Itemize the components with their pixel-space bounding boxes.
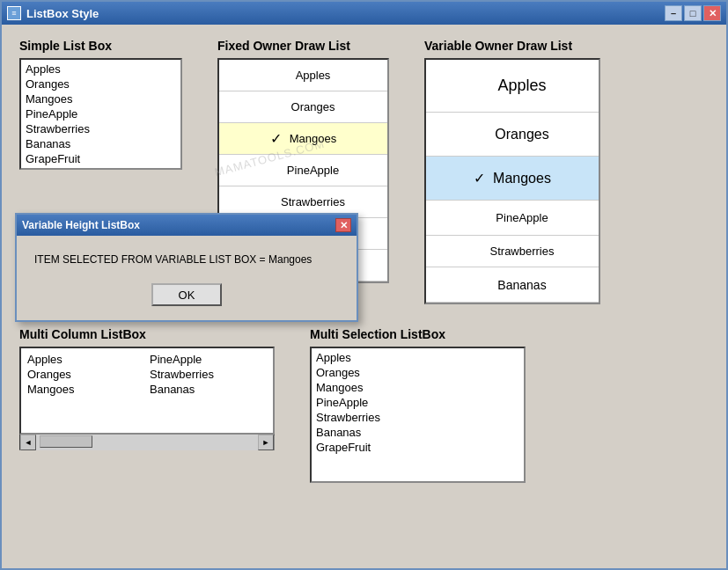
scroll-left-button[interactable]: ◄	[20, 435, 36, 450]
owner-item-checked[interactable]: ✓ Mangoes	[219, 123, 387, 155]
list-item[interactable]: Strawberries	[313, 410, 522, 425]
owner-item[interactable]: Apples	[219, 60, 387, 91]
list-item[interactable]: Strawberries	[23, 121, 179, 136]
window-title: ListBox Style	[26, 7, 99, 20]
dialog-title-bar: Variable Height ListBox ✕	[17, 215, 357, 236]
var-item[interactable]: PineApple	[426, 201, 599, 236]
owner-item[interactable]: Oranges	[219, 91, 387, 123]
simple-listbox[interactable]: Apples Oranges Mangoes PineApple Strawbe…	[19, 58, 182, 170]
multi-column-title: Multi Column ListBox	[19, 327, 275, 341]
multi-column-listbox[interactable]: Apples Oranges Mangoes PineApple Strawbe…	[19, 347, 275, 435]
check-icon: ✓	[474, 170, 486, 186]
variable-owner-listbox[interactable]: Apples Oranges ✓ Mangoes PineApple	[424, 58, 600, 304]
main-window: ≡ ListBox Style – □ ✕ Simple List Box Ap…	[0, 0, 728, 570]
list-item[interactable]: Mangoes	[23, 91, 179, 106]
horizontal-scrollbar[interactable]: ◄ ►	[19, 435, 275, 450]
var-item-label: Mangoes	[493, 171, 551, 186]
var-item[interactable]: Strawberries	[426, 236, 599, 267]
var-item-label: Strawberries	[490, 245, 555, 258]
multi-col-col1: Apples Oranges Mangoes	[25, 352, 147, 397]
dialog-message: ITEM SELECTED FROM VARIABLE LIST BOX = M…	[34, 253, 339, 266]
list-item[interactable]: PineApple	[313, 395, 522, 410]
title-bar-left: ≡ ListBox Style	[7, 6, 99, 20]
owner-item-label: Strawberries	[281, 195, 345, 208]
list-item[interactable]: Oranges	[313, 365, 522, 380]
dialog-overlay: Variable Height ListBox ✕ ITEM SELECTED …	[15, 213, 358, 322]
list-item[interactable]: GrapeFruit	[313, 440, 522, 455]
list-item[interactable]: Apples	[313, 350, 522, 365]
title-buttons: – □ ✕	[665, 5, 721, 21]
dialog-title: Variable Height ListBox	[22, 219, 140, 231]
fixed-owner-list-title: Fixed Owner Draw List	[217, 39, 389, 53]
close-button[interactable]: ✕	[703, 5, 721, 21]
list-item[interactable]: PineApple	[23, 106, 179, 121]
list-item[interactable]: Bananas	[23, 136, 179, 151]
dialog-close-button[interactable]: ✕	[335, 218, 351, 232]
variable-owner-list-section: Variable Owner Draw List Apples Oranges …	[424, 39, 600, 304]
var-item-selected[interactable]: ✓ Mangoes	[426, 157, 599, 201]
list-item[interactable]: Strawberries	[147, 367, 269, 382]
var-item-label: PineApple	[496, 211, 548, 224]
scroll-right-button[interactable]: ►	[258, 435, 274, 450]
var-item[interactable]: GrapeFruit	[426, 303, 599, 304]
multi-col-col2: PineApple Strawberries Bananas	[147, 352, 269, 397]
multi-column-section: Multi Column ListBox Apples Oranges Mang…	[19, 327, 275, 450]
multi-selection-section: Multi Selection ListBox Apples Oranges M…	[310, 327, 526, 483]
list-item[interactable]: Apples	[23, 62, 179, 77]
list-item[interactable]: Bananas	[147, 382, 269, 397]
list-item[interactable]: Oranges	[23, 77, 179, 91]
var-item-label: Oranges	[495, 127, 548, 142]
app-icon: ≡	[7, 6, 21, 20]
scroll-thumb[interactable]	[40, 435, 92, 448]
bottom-row: Multi Column ListBox Apples Oranges Mang…	[19, 327, 709, 483]
list-item[interactable]: Oranges	[25, 367, 147, 382]
dialog-ok-button[interactable]: OK	[151, 283, 222, 306]
scroll-track[interactable]	[36, 435, 258, 450]
var-item[interactable]: Oranges	[426, 113, 599, 157]
title-bar: ≡ ListBox Style – □ ✕	[2, 2, 726, 25]
multi-col-inner: Apples Oranges Mangoes PineApple Strawbe…	[25, 352, 269, 397]
list-item[interactable]: Bananas	[313, 425, 522, 440]
var-item[interactable]: Bananas	[426, 267, 599, 303]
list-item[interactable]: Mangoes	[25, 382, 147, 397]
var-item-label: Bananas	[497, 278, 546, 292]
dialog: Variable Height ListBox ✕ ITEM SELECTED …	[15, 213, 358, 322]
owner-item[interactable]: PineApple	[219, 155, 387, 186]
check-icon: ✓	[270, 130, 283, 147]
owner-item-label: Apples	[296, 69, 331, 82]
list-item[interactable]: GrapeFruit	[23, 151, 179, 166]
list-item[interactable]: Mangoes	[313, 380, 522, 395]
maximize-button[interactable]: □	[684, 5, 702, 21]
var-item[interactable]: Apples	[426, 60, 599, 113]
multi-selection-listbox[interactable]: Apples Oranges Mangoes PineApple Strawbe…	[310, 347, 526, 483]
simple-listbox-title: Simple List Box	[19, 39, 182, 53]
var-item-label: Apples	[497, 77, 546, 95]
multi-selection-title: Multi Selection ListBox	[310, 327, 526, 341]
owner-item-label: PineApple	[287, 164, 339, 177]
list-item[interactable]: PineApple	[147, 352, 269, 367]
owner-item-label: Mangoes	[290, 132, 336, 145]
minimize-button[interactable]: –	[665, 5, 682, 21]
list-item[interactable]: Apples	[25, 352, 147, 367]
dialog-content: ITEM SELECTED FROM VARIABLE LIST BOX = M…	[17, 236, 357, 320]
simple-listbox-section: Simple List Box Apples Oranges Mangoes P…	[19, 39, 182, 170]
owner-item-label: Oranges	[291, 100, 335, 113]
variable-owner-list-title: Variable Owner Draw List	[424, 39, 600, 53]
